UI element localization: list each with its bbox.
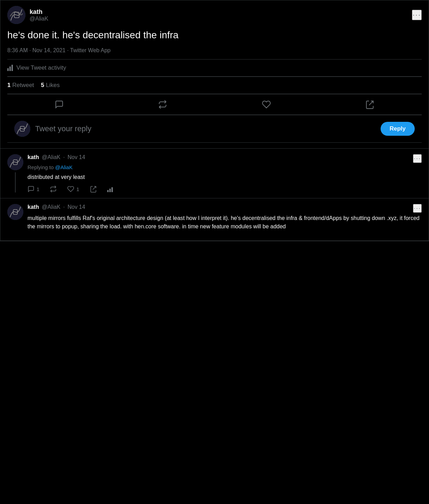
reply-1-text: distributed at very least: [28, 173, 422, 181]
more-options-button[interactable]: ···: [412, 10, 422, 20]
reply-1-actions: 1 1: [28, 186, 422, 192]
reply-2-avatar[interactable]: [7, 204, 23, 220]
reply-1-comment-count: 1: [37, 186, 39, 192]
reply-1-retweet-action[interactable]: [50, 186, 57, 192]
reply-1-name[interactable]: kath: [28, 154, 39, 160]
reply-1-analytics-action[interactable]: [107, 186, 113, 192]
reply-2-more-button[interactable]: ···: [413, 204, 422, 213]
reply-2-name[interactable]: kath: [28, 204, 39, 210]
reply-2-content: kath @AliaK · Nov 14 ··· multiple mirror…: [28, 204, 422, 235]
view-activity-link[interactable]: View Tweet activity: [7, 60, 422, 77]
likes-count: 5: [41, 82, 44, 88]
reply-1-date: Nov 14: [68, 154, 85, 160]
reply-placeholder[interactable]: Tweet your reply: [35, 124, 91, 133]
replies-section: kath @AliaK · Nov 14 ··· Replying to @Al…: [0, 149, 429, 241]
reply-left-col: [7, 154, 23, 192]
reply-1-header: kath @AliaK · Nov 14 ···: [28, 154, 422, 163]
reply-1-analytics-icon: [107, 186, 113, 192]
retweet-count: 1: [7, 82, 10, 88]
reply-2-author-info: kath @AliaK · Nov 14: [28, 204, 85, 210]
tweet-page: kath @AliaK ··· he's done it. he's decen…: [0, 0, 429, 241]
reply-item: kath @AliaK · Nov 14 ··· Replying to @Al…: [0, 149, 429, 198]
reply-1-more-button[interactable]: ···: [413, 154, 422, 163]
tweet-timestamp: 8:36 AM · Nov 14, 2021 · Twitter Web App: [7, 47, 422, 54]
reply-1-comment-icon: [28, 186, 34, 192]
avatar[interactable]: [7, 6, 25, 24]
action-row: [7, 94, 422, 115]
tweet-author: kath @AliaK: [7, 6, 48, 24]
tweet-header: kath @AliaK ···: [7, 6, 422, 24]
likes-label: Likes: [46, 82, 60, 88]
comment-icon: [55, 100, 64, 109]
reply-2-date: Nov 14: [68, 204, 85, 210]
reply-2-item: kath @AliaK · Nov 14 ··· multiple mirror…: [0, 198, 429, 241]
reply-1-heart-icon: [67, 186, 74, 192]
thread-line: [15, 172, 16, 192]
reply-1-mention[interactable]: @AliaK: [55, 164, 72, 170]
reply-1-replying-to: Replying to @AliaK: [28, 164, 422, 170]
reply-1-share-icon: [90, 186, 97, 192]
heart-icon: [262, 100, 271, 109]
analytics-icon: [7, 65, 13, 71]
reply-2-text: multiple mirrors fulfills Raf's original…: [28, 214, 422, 231]
view-activity-label: View Tweet activity: [16, 64, 66, 71]
retweet-icon: [158, 100, 167, 109]
reply-1-avatar[interactable]: [7, 154, 23, 170]
retweet-stat[interactable]: 1 Retweet: [7, 82, 34, 89]
likes-stat[interactable]: 5 Likes: [41, 82, 60, 89]
reply-1-content: kath @AliaK · Nov 14 ··· Replying to @Al…: [28, 154, 422, 192]
author-handle[interactable]: @AliaK: [30, 16, 48, 22]
reply-2-handle[interactable]: @AliaK: [42, 204, 61, 210]
reply-2-separator: ·: [63, 204, 65, 210]
reply-1-handle[interactable]: @AliaK: [42, 154, 61, 160]
main-tweet: kath @AliaK ··· he's done it. he's decen…: [0, 0, 429, 149]
tweet-content: he's done it. he's decentralised the inf…: [7, 28, 422, 42]
like-button[interactable]: [255, 96, 278, 112]
reply-submit-button[interactable]: Reply: [381, 122, 415, 136]
author-name[interactable]: kath: [30, 8, 48, 16]
share-button[interactable]: [358, 96, 381, 112]
reply-1-like-count: 1: [76, 186, 79, 192]
stats-row: 1 Retweet 5 Likes: [7, 77, 422, 94]
comment-button[interactable]: [48, 96, 71, 112]
reply-avatar: [14, 121, 30, 137]
author-info: kath @AliaK: [30, 8, 48, 22]
reply-1-like-action[interactable]: 1: [67, 186, 79, 192]
reply-1-comment-action[interactable]: 1: [28, 186, 39, 192]
share-icon: [365, 100, 374, 109]
reply-1-retweet-icon: [50, 186, 57, 192]
reply-2-header: kath @AliaK · Nov 14 ···: [28, 204, 422, 213]
retweet-button[interactable]: [151, 96, 174, 112]
reply-1-author-info: kath @AliaK · Nov 14: [28, 154, 85, 160]
reply-1-separator: ·: [63, 154, 65, 160]
reply-2-left-col: [7, 204, 23, 235]
reply-box: Tweet your reply Reply: [7, 115, 422, 143]
reply-1-share-action[interactable]: [90, 186, 97, 192]
reply-box-left: Tweet your reply: [14, 121, 381, 137]
retweet-label: Retweet: [12, 82, 34, 88]
